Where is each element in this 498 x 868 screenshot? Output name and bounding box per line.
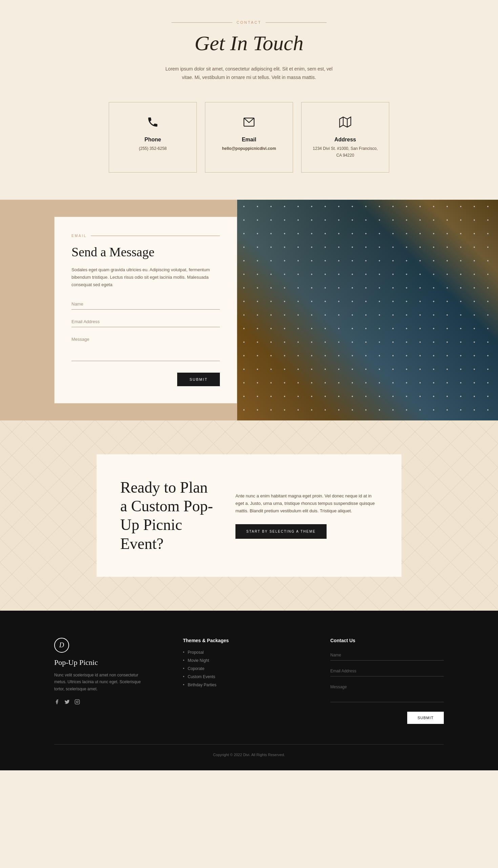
address-card-info: 1234 Divi St. #1000, San Francisco, CA 9… [312,145,379,158]
facebook-link[interactable] [54,699,60,705]
footer-contact-col: Contact Us SUBMIT [330,638,444,724]
footer-theme-item-2: Movie Night [183,658,297,663]
form-image [237,200,498,420]
form-description: Sodales eget quam gravida ultricies eu. … [71,266,220,289]
contact-card-address: Address 1234 Divi St. #1000, San Francis… [301,102,389,172]
footer-social [54,699,149,705]
instagram-link[interactable] [75,699,80,705]
contact-label-text: CONTACT [236,20,261,24]
footer-submit-button[interactable]: SUBMIT [407,712,444,724]
footer-contact-form: SUBMIT [330,650,444,724]
footer-themes-col: Themes & Packages Proposal Movie Night C… [183,638,297,724]
footer-logo-letter: D [59,641,64,649]
form-image-overlay [237,200,498,420]
phone-icon [119,116,186,131]
footer-bottom: Copyright © 2022 Divi. All Rights Reserv… [54,744,444,757]
footer-themes-list: Proposal Movie Night Coporate Custom Eve… [183,650,297,687]
footer-name-input[interactable] [330,650,444,661]
form-submit-button[interactable]: SUBMIT [177,373,220,386]
form-email-label-text: EMAIL [71,234,87,238]
contact-card-phone: Phone (255) 352-6258 [109,102,197,172]
cta-box: Ready to Plan a Custom Pop-Up Picnic Eve… [96,454,402,577]
map-icon [312,116,379,131]
contact-description: Lorem ipsum dolor sit amet, consectetur … [161,65,337,82]
svg-rect-4 [75,700,79,704]
cta-button[interactable]: START BY SELECTING A THEME [235,524,327,539]
footer-brand: D Pop-Up Picnic Nunc velit scelerisque i… [54,638,149,724]
footer-message-input[interactable] [330,682,444,702]
cta-left: Ready to Plan a Custom Pop-Up Picnic Eve… [120,478,215,553]
email-card-info: hello@popuppicnicdivi.com [215,145,283,152]
form-label-line [91,235,220,236]
footer-theme-item-3: Coporate [183,666,297,671]
footer-theme-item-5: Birthday Parties [183,682,297,687]
footer-top: D Pop-Up Picnic Nunc velit scelerisque i… [54,638,444,724]
contact-label: CONTACT [7,20,491,24]
cta-title: Ready to Plan a Custom Pop-Up Picnic Eve… [120,478,215,553]
email-card-title: Email [215,137,283,143]
form-email-label: EMAIL [71,234,220,238]
twitter-link[interactable] [64,699,70,705]
cta-section: Ready to Plan a Custom Pop-Up Picnic Eve… [0,420,498,611]
footer-themes-title: Themes & Packages [183,638,297,643]
footer-theme-item-1: Proposal [183,650,297,655]
footer-brand-desc: Nunc velit scelerisque id amet non conse… [54,672,149,692]
svg-point-6 [78,701,79,701]
form-email-group [71,316,220,327]
form-section: EMAIL Send a Message Sodales eget quam g… [0,200,498,420]
footer: D Pop-Up Picnic Nunc velit scelerisque i… [0,611,498,770]
contact-title: Get In Touch [7,31,491,55]
email-icon [215,116,283,131]
svg-point-5 [76,701,78,703]
phone-card-title: Phone [119,137,186,143]
footer-logo: D [54,638,69,653]
cta-right: Ante nunc a enim habitant magna eget pro… [235,492,378,539]
svg-marker-1 [340,117,351,127]
form-panel: EMAIL Send a Message Sodales eget quam g… [54,217,237,404]
footer-brand-name: Pop-Up Picnic [54,658,149,667]
form-name-input[interactable] [71,299,220,309]
form-title: Send a Message [71,244,220,259]
form-message-group [71,334,220,362]
form-name-group [71,299,220,309]
contact-label-line-left [171,22,232,23]
address-card-title: Address [312,137,379,143]
phone-card-info: (255) 352-6258 [119,145,186,152]
footer-copyright: Copyright © 2022 Divi. All Rights Reserv… [54,753,444,757]
footer-contact-title: Contact Us [330,638,444,643]
cta-description: Ante nunc a enim habitant magna eget pro… [235,492,378,515]
contact-section: CONTACT Get In Touch Lorem ipsum dolor s… [0,0,498,200]
footer-theme-item-4: Custom Events [183,674,297,679]
footer-email-input[interactable] [330,666,444,676]
contact-label-line-right [266,22,327,23]
form-email-input[interactable] [71,316,220,327]
form-message-input[interactable] [71,334,220,361]
contact-cards: Phone (255) 352-6258 Email hello@popuppi… [96,102,402,172]
contact-card-email: Email hello@popuppicnicdivi.com [205,102,293,172]
